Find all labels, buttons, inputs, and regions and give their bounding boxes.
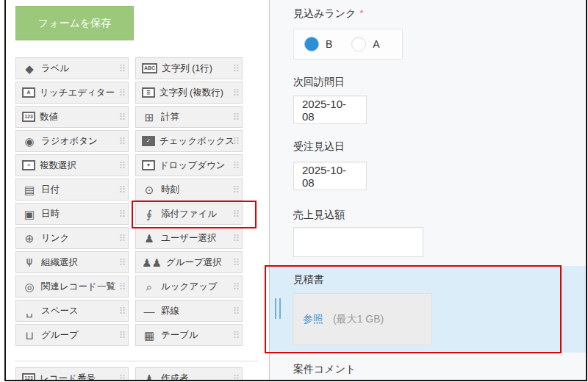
- palette-item-user-select[interactable]: ♟ユーザー選択⠿: [135, 227, 243, 249]
- users-icon: ♟♟: [142, 257, 162, 268]
- palette-item-label: テーブル: [161, 329, 198, 342]
- palette-item-space[interactable]: ␣スペース⠿: [15, 300, 129, 322]
- rank-option-label: B: [326, 38, 332, 50]
- palette-item-label: 文字列 (複数行): [159, 87, 223, 99]
- drag-dots-icon[interactable]: ⠿: [232, 185, 240, 195]
- palette-item-multi-select[interactable]: ≡複数選択⠿: [15, 154, 129, 176]
- drag-dots-icon[interactable]: ⠿: [118, 306, 126, 316]
- radio-icon: ◉: [22, 136, 37, 147]
- palette-column-1: ◆ラベル⠿Aリッチエディター⠿123数値⠿◉ラジオボタン⠿≡複数選択⠿▤日付⠿▣…: [15, 57, 129, 381]
- palette-item-dropdown[interactable]: ▼ドロップダウン⠿: [135, 154, 243, 176]
- rank-option-B[interactable]: B: [304, 37, 332, 51]
- drag-dots-icon[interactable]: ⠿: [232, 161, 240, 170]
- drag-dots-icon[interactable]: ⠿: [232, 64, 240, 73]
- drag-dots-icon[interactable]: ⠿: [232, 234, 240, 243]
- palette-item-label: グループ選択: [166, 256, 222, 269]
- palette-item-date[interactable]: ▤日付⠿: [15, 179, 129, 201]
- drag-dots-icon[interactable]: ⠿: [232, 331, 240, 340]
- expected-order-date-input[interactable]: 2025-10-08: [293, 162, 367, 190]
- drag-handle-icon[interactable]: [275, 298, 284, 319]
- attachment-upload-box: 参照 (最大1 GB): [293, 293, 432, 345]
- drag-dots-icon[interactable]: ⠿: [118, 374, 126, 382]
- drag-dots-icon[interactable]: ⠿: [118, 282, 126, 292]
- palette-item-label: レコード番号: [40, 372, 96, 382]
- attachment-icon: ∮: [142, 209, 157, 220]
- palette-item-hr-line[interactable]: —罫線⠿: [135, 300, 243, 322]
- palette-item-record-number[interactable]: 123レコード番号⠿: [15, 367, 129, 381]
- max-size-note: (最大1 GB): [333, 313, 384, 326]
- radio-unselected-icon[interactable]: [351, 37, 366, 51]
- palette-divider: [15, 361, 259, 361]
- palette-item-time[interactable]: ⊙時刻⠿: [135, 179, 243, 201]
- expected-sales-input[interactable]: [293, 227, 423, 257]
- radio-selected-icon[interactable]: [304, 37, 319, 51]
- palette-item-label: ルックアップ: [161, 281, 218, 293]
- date-icon: ▤: [22, 184, 37, 195]
- palette-item-label: チェックボックス: [159, 135, 234, 148]
- palette-item-rich-editor[interactable]: Aリッチエディター⠿: [15, 82, 129, 104]
- number-icon: 123: [22, 373, 35, 381]
- palette-item-creator[interactable]: ♟作成者⠿: [135, 367, 243, 381]
- palette-item-label: 添付ファイル: [161, 208, 217, 220]
- drag-dots-icon[interactable]: ⠿: [118, 185, 126, 195]
- palette-item-label: 関連レコード一覧: [41, 281, 115, 293]
- drag-dots-icon[interactable]: ⠿: [118, 258, 126, 267]
- drag-dots-icon[interactable]: ⠿: [118, 209, 126, 219]
- related-records-icon: ◎: [22, 281, 37, 292]
- palette-item-label: 計算: [161, 111, 179, 123]
- expected-order-date-label: 受注見込日: [293, 140, 345, 154]
- drag-dots-icon[interactable]: ⠿: [118, 112, 126, 122]
- rank-option-A[interactable]: A: [351, 37, 379, 51]
- time-icon: ⊙: [142, 184, 157, 195]
- lookup-icon: ⌕: [142, 281, 157, 292]
- user-icon: ♟: [142, 373, 157, 382]
- palette-item-label: ドロップダウン: [159, 159, 226, 172]
- palette-item-text-single[interactable]: ABC文字列 (1行)⠿: [135, 57, 243, 79]
- drag-dots-icon[interactable]: ⠿: [232, 374, 240, 382]
- palette-item-datetime[interactable]: ▣日時⠿: [15, 203, 129, 225]
- drag-dots-icon[interactable]: ⠿: [232, 282, 240, 292]
- palette-item-attachment[interactable]: ∮添付ファイル⠿: [135, 203, 243, 225]
- palette-item-org-select[interactable]: ⋔組織選択⠿: [15, 251, 129, 273]
- rank-option-label: A: [373, 38, 379, 50]
- drag-dots-icon[interactable]: ⠿: [118, 234, 126, 243]
- quote-attachment-field[interactable]: 見積書 参照 (最大1 GB): [270, 266, 586, 353]
- next-visit-date-input[interactable]: 2025-10-08: [293, 96, 367, 124]
- datetime-icon: ▣: [22, 209, 37, 220]
- drag-dots-icon[interactable]: ⠿: [118, 331, 126, 340]
- drag-dots-icon[interactable]: ⠿: [118, 161, 126, 170]
- palette-item-label: 作成者: [161, 372, 189, 382]
- palette-item-lookup[interactable]: ⌕ルックアップ⠿: [135, 275, 243, 298]
- palette-item-calc[interactable]: ⊞計算⠿: [135, 106, 243, 128]
- drag-dots-icon[interactable]: ⠿: [232, 88, 240, 98]
- palette-item-related-records[interactable]: ◎関連レコード一覧⠿: [15, 275, 129, 298]
- drag-dots-icon[interactable]: ⠿: [118, 64, 126, 73]
- palette-item-label: 文字列 (1行): [162, 62, 212, 75]
- palette-item-text-multi[interactable]: ≣文字列 (複数行)⠿: [135, 82, 243, 104]
- drag-dots-icon[interactable]: ⠿: [232, 258, 240, 267]
- palette-item-table[interactable]: ▦テーブル⠿: [135, 324, 243, 346]
- calc-icon: ⊞: [142, 112, 157, 123]
- browse-button[interactable]: 参照: [303, 313, 323, 326]
- palette-item-label: リッチエディター: [40, 87, 115, 99]
- save-form-button[interactable]: フォームを保存: [15, 6, 134, 40]
- expected-sales-label: 売上見込額: [293, 209, 345, 222]
- drag-dots-icon[interactable]: ⠿: [232, 137, 240, 146]
- drag-dots-icon[interactable]: ⠿: [232, 306, 240, 316]
- palette-item-number[interactable]: 123数値⠿: [15, 106, 129, 128]
- palette-item-label: リンク: [41, 232, 69, 245]
- palette-item-label: ラベル: [41, 62, 69, 75]
- palette-item-checkbox[interactable]: ✓チェックボックス⠿: [135, 130, 243, 152]
- palette-item-group[interactable]: ⊔グループ⠿: [15, 324, 129, 346]
- palette-item-label: 罫線: [161, 305, 179, 317]
- drag-dots-icon[interactable]: ⠿: [118, 88, 126, 98]
- palette-item-radio-button[interactable]: ◉ラジオボタン⠿: [15, 130, 129, 152]
- comment-field-label: 案件コメント: [293, 363, 356, 376]
- drag-dots-icon[interactable]: ⠿: [232, 209, 240, 219]
- palette-item-link[interactable]: ⊕リンク⠿: [15, 227, 129, 249]
- palette-item-label[interactable]: ◆ラベル⠿: [15, 57, 129, 79]
- drag-dots-icon[interactable]: ⠿: [118, 137, 126, 146]
- rank-radio-group: BA: [293, 29, 403, 60]
- palette-item-group-select[interactable]: ♟♟グループ選択⠿: [135, 251, 243, 273]
- drag-dots-icon[interactable]: ⠿: [232, 112, 240, 122]
